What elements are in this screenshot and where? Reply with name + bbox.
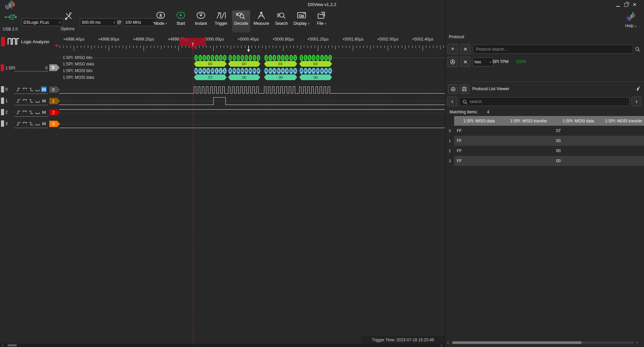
decode-bit-annotation: 0: [249, 68, 253, 74]
trigger-time-label: Trigger Time: 2023-07-18 15:20:49: [372, 338, 434, 342]
format-select[interactable]: hex∨: [473, 57, 493, 66]
list-viewer-title: Protocol List Viewer: [472, 86, 509, 91]
panel-hscroll-thumb[interactable]: [452, 341, 582, 344]
edge-marker-icon: [55, 45, 59, 49]
ruler-time-label: +5000.80µs: [267, 37, 299, 42]
help-button[interactable]: Help ∨: [621, 11, 641, 28]
protocol-search-box[interactable]: [473, 45, 633, 54]
list-search-input[interactable]: [460, 98, 629, 106]
wave-hscrollbar[interactable]: ‹ ›: [0, 344, 445, 347]
column-header[interactable]: 1:SPI: MISO data: [454, 119, 504, 123]
decode-row-label: 1:SPI: MISO data: [62, 62, 95, 66]
decode-bit-annotation: 0: [206, 68, 210, 74]
decode-bit-annotation: 1: [228, 55, 232, 61]
export-list-button[interactable]: [460, 84, 469, 94]
dsview-window: DSView v1.2.2 ✕ USB 2.0 DSLogic PLus∨ Op…: [0, 0, 644, 347]
decode-bit-annotation: 0: [324, 68, 328, 74]
search-icon[interactable]: [635, 47, 640, 52]
decode-data-annotation: FF: [264, 61, 297, 67]
close-button[interactable]: ✕: [632, 2, 638, 8]
add-decoder-button[interactable]: +: [447, 44, 458, 54]
decode-bit-annotation: 0: [202, 68, 206, 74]
row-cells: FF07: [454, 126, 644, 136]
panel-scroll-left-icon[interactable]: ‹: [447, 341, 449, 344]
ruler-time-label: +4998.80µs: [93, 37, 125, 42]
remove-all-decoders-button[interactable]: ✕: [460, 44, 471, 54]
decode-bit-annotation: 1: [324, 55, 328, 61]
decode-data-annotation: FF: [194, 61, 227, 67]
decode-bit-annotation: 0: [300, 68, 304, 74]
decode-bit-annotation: 0: [198, 68, 202, 74]
decode-bit-annotation: 0: [320, 68, 324, 74]
table-row[interactable]: 3FF00: [445, 156, 644, 166]
list-viewer-settings-button[interactable]: [448, 84, 458, 94]
decode-bit-annotation: 0: [228, 68, 232, 74]
decode-bit-annotation: 0: [253, 68, 257, 74]
table-cell: FF: [454, 128, 504, 133]
format-value: hex: [475, 60, 481, 64]
decode-bit-annotation: 1: [223, 55, 227, 61]
decoder-progress: 100%: [516, 59, 526, 64]
decode-bit-annotation: 1: [281, 55, 285, 61]
panel-divider[interactable]: [445, 0, 445, 347]
decode-row-label: 1:SPI: MOSI data: [62, 75, 95, 80]
decode-bit-annotation: 0: [236, 68, 240, 74]
restore-button[interactable]: [623, 2, 629, 8]
save-floppy-icon: [462, 86, 467, 92]
table-row[interactable]: 2FF00: [445, 146, 644, 156]
remove-decoder-button[interactable]: ✕: [460, 57, 471, 67]
list-search-box[interactable]: [459, 97, 630, 106]
trigger-cursor-line: [193, 50, 193, 344]
column-header[interactable]: 1:SPI: MOSI data: [553, 119, 603, 123]
decode-bit-annotation: 0: [281, 68, 285, 74]
decode-bit-annotation: 1: [300, 55, 304, 61]
decode-bit-annotation: 1: [316, 55, 320, 61]
decode-bit-annotation: 0: [211, 68, 215, 74]
decode-bit-annotation: 1: [320, 55, 324, 61]
column-header[interactable]: 1:SPI: MOSI transfer: [603, 119, 644, 123]
decode-bit-annotation: 1: [245, 55, 249, 61]
ruler-time-label: +5001.20µs: [302, 37, 334, 42]
decode-bit-annotation: 1: [219, 68, 223, 74]
trigger-time-band: Trigger Time: 2023-07-18 15:20:49: [361, 336, 445, 344]
decode-bit-annotation: 1: [249, 55, 253, 61]
minimize-button[interactable]: [615, 2, 621, 8]
row-index: 0: [445, 126, 454, 136]
decode-bit-annotation: 1: [232, 55, 236, 61]
table-row[interactable]: 0FF07: [445, 126, 644, 136]
row-index: 2: [445, 146, 454, 156]
goto-position-icon[interactable]: [633, 84, 641, 93]
decode-bit-annotation: 0: [277, 68, 281, 74]
decode-bit-annotation: 0: [194, 68, 198, 74]
decode-bit-annotation: 0: [240, 68, 245, 74]
panel-scroll-right-icon[interactable]: ›: [636, 341, 638, 344]
decode-data-annotation: 00: [228, 74, 260, 80]
trigger-flag-label: T: [191, 42, 195, 47]
decode-bit-annotation: 1: [328, 55, 332, 61]
decoder-options-button[interactable]: [447, 57, 458, 67]
row-cells: FF00: [454, 146, 644, 156]
decoder-name[interactable]: SPI TPM: [492, 59, 508, 64]
wave-hscroll-thumb[interactable]: [7, 344, 17, 346]
decode-data-annotation: 00: [299, 74, 332, 80]
table-cell: FF: [454, 149, 504, 153]
prev-match-button[interactable]: ‹: [447, 97, 457, 106]
decode-bit-annotation: 0: [289, 68, 293, 74]
ruler-time-label: +5000.40µs: [232, 37, 264, 42]
decode-bit-annotation: 0: [304, 68, 308, 74]
protocol-search-input[interactable]: [473, 45, 633, 53]
table-cell: 00: [553, 138, 603, 143]
table-cell: 00: [553, 159, 603, 163]
decode-row-label: 1:SPI: MISO bits: [62, 55, 94, 60]
search-position-marker-icon: [247, 46, 251, 52]
decode-bit-annotation: 1: [215, 68, 219, 74]
table-row[interactable]: 1FF00: [445, 136, 644, 146]
next-match-button[interactable]: ›: [632, 97, 641, 106]
protocol-table-header: 1:SPI: MISO data 1:SPI: MISO transfer 1:…: [454, 116, 644, 126]
scroll-right-icon[interactable]: ›: [441, 344, 442, 347]
table-cell: FF: [454, 159, 504, 163]
decode-bit-annotation: 1: [312, 55, 316, 61]
scroll-left-icon[interactable]: ‹: [2, 344, 3, 347]
decode-bit-annotation: 1: [223, 68, 227, 74]
column-header[interactable]: 1:SPI: MISO transfer: [504, 119, 553, 123]
